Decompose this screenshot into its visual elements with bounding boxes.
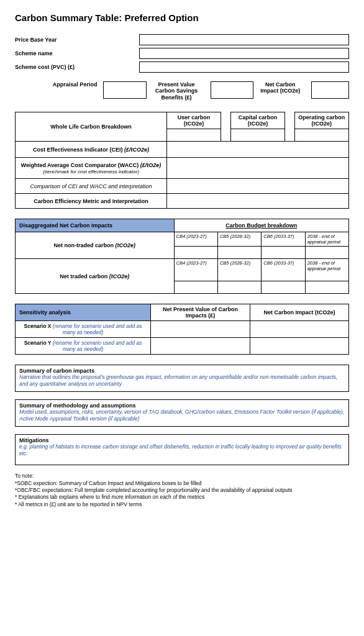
scenario-x-impact[interactable]: [250, 321, 349, 338]
operating-carbon-hdr: Operating carbon (tCO2e): [294, 112, 348, 129]
summary-impacts-title: Summary of carbon impacts: [19, 368, 345, 374]
sens-col1: Net Present Value of Carbon Impacts (£): [151, 304, 250, 321]
sens-header: Sensitivity analysis: [16, 304, 151, 321]
user-carbon-cell[interactable]: [166, 129, 221, 142]
mitigations-box[interactable]: Mitigations e.g. planting of habitats to…: [15, 434, 349, 465]
cem-row-hdr: Carbon Efficiency Metric and Interpretat…: [16, 194, 167, 209]
net-carbon-label: Net Carbon Impact (tCO2e): [256, 81, 309, 94]
sens-col2: Net Carbon Impact (tCO2e): [250, 304, 349, 321]
cb6-b: CB6 (2033-37): [262, 259, 305, 281]
wacc-row-hdr: Weighted Average Cost Comparator (WACC) …: [16, 158, 167, 179]
scenario-y-npv[interactable]: [151, 338, 250, 355]
note-3: * Explanations tab explains where to fin…: [15, 494, 349, 501]
appraisal-period-field[interactable]: [103, 81, 146, 99]
cei-cell[interactable]: [166, 142, 348, 158]
summary-impacts-hint: Narrative that outlines the proposal's g…: [19, 374, 345, 387]
cb-title: Carbon Budget breakdown: [174, 219, 348, 232]
price-base-year-label: Price Base Year: [15, 37, 139, 43]
nt-cb4[interactable]: [174, 247, 217, 259]
scenario-x-npv[interactable]: [151, 321, 250, 338]
traded-hdr: Net traded carbon (tCO2e): [16, 259, 175, 294]
t-cb6[interactable]: [262, 281, 305, 294]
notes-section: To note: *SOBC expection: Summary of Car…: [15, 473, 349, 508]
disaggregated-table: Disaggregated Net Carbon Impacts Carbon …: [15, 219, 349, 294]
wacc-cell[interactable]: [166, 158, 348, 179]
mitigations-title: Mitigations: [19, 437, 345, 443]
methodology-title: Summary of methodology and assumptions: [19, 402, 345, 409]
pv-carbon-label: Present Value Carbon Savings Benefits (£…: [149, 81, 208, 101]
methodology-hint: Model used, assumptions, risks, uncertai…: [19, 409, 345, 422]
t-cb4[interactable]: [174, 281, 217, 294]
mitigations-hint: e.g. planting of habitats to increase ca…: [19, 443, 345, 457]
cbend-b: 2038 - end of appraisal period: [305, 259, 348, 281]
price-base-year-field[interactable]: [139, 34, 349, 45]
whole-life-table: Whole Life Carbon Breakdown User carbon …: [15, 112, 349, 209]
scenario-y-label: Scenario Y (rename for scenario used and…: [16, 338, 151, 355]
cb6-a: CB6 (2033-37): [262, 232, 305, 247]
summary-impacts-box[interactable]: Summary of carbon impacts Narrative that…: [15, 365, 349, 392]
cbend-a: 2038 - end of appraisal period: [305, 232, 348, 247]
comparison-row-hdr: Comparison of CEI and WACC and interpret…: [16, 179, 167, 194]
whole-life-hdr: Whole Life Carbon Breakdown: [16, 112, 167, 142]
cem-cell[interactable]: [166, 194, 348, 209]
user-carbon-hdr: User carbon (tCO2e): [166, 112, 221, 129]
scheme-name-label: Scheme name: [15, 50, 139, 57]
pv-carbon-field[interactable]: [211, 81, 253, 99]
net-carbon-field[interactable]: [311, 81, 349, 99]
nt-cbend[interactable]: [305, 247, 348, 259]
cb5-a: CB5 (2028-32): [217, 232, 261, 247]
scenario-x-label: Scenario X (rename for scenario used and…: [16, 321, 151, 338]
notes-heading: To note:: [15, 473, 349, 479]
scheme-name-field[interactable]: [139, 48, 349, 59]
cb5-b: CB5 (2028-32): [217, 259, 261, 281]
nt-cb6[interactable]: [262, 247, 305, 259]
nt-cb5[interactable]: [217, 247, 261, 259]
comparison-cell[interactable]: [166, 179, 348, 194]
appraisal-period-label: Appraisal Period: [15, 81, 101, 88]
methodology-box[interactable]: Summary of methodology and assumptions M…: [15, 399, 349, 427]
cb4-a: CB4 (2023-27): [174, 232, 217, 247]
cei-row-hdr: Cost Effectiveness Indicator (CEI) (£/tC…: [16, 142, 167, 158]
note-2: *OBC/FBC expectations: Full template com…: [15, 487, 349, 494]
scheme-cost-label: Scheme cost (PVC) (£): [15, 64, 139, 70]
disagg-header: Disaggregated Net Carbon Impacts: [16, 219, 175, 232]
t-cbend[interactable]: [305, 281, 348, 294]
operating-carbon-cell[interactable]: [294, 129, 348, 142]
note-4: * All metrics in (£) unit are to be repo…: [15, 501, 349, 508]
note-1: *SOBC expection: Summary of Carbon Impac…: [15, 480, 349, 487]
cb4-b: CB4 (2023-27): [174, 259, 217, 281]
scenario-y-impact[interactable]: [250, 338, 349, 355]
page-title: Carbon Summary Table: Preferred Option: [15, 12, 349, 23]
capital-carbon-hdr: Capital carbon (tCO2e): [230, 112, 284, 129]
capital-carbon-cell[interactable]: [230, 129, 284, 142]
non-traded-hdr: Net non-traded carbon (tCO2e): [16, 232, 175, 259]
scheme-cost-field[interactable]: [139, 61, 349, 73]
t-cb5[interactable]: [217, 281, 261, 294]
sensitivity-table: Sensitivity analysis Net Present Value o…: [15, 304, 349, 355]
